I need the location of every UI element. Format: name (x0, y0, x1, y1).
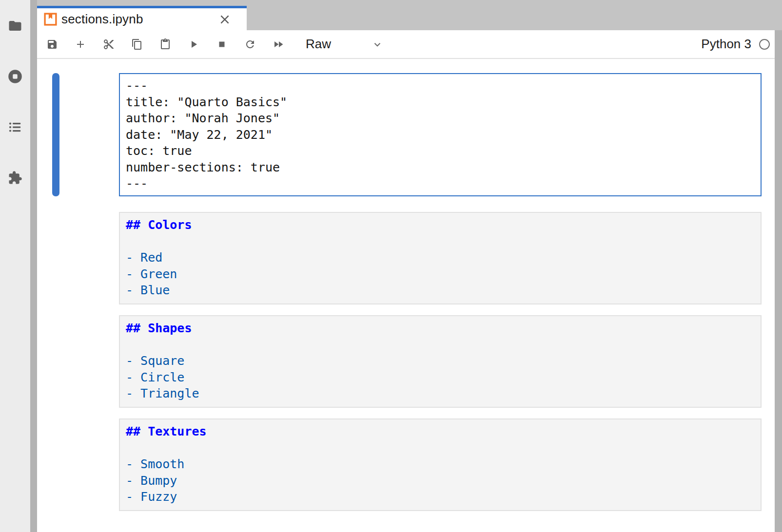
markdown-list-item: - Triangle (126, 385, 756, 402)
blank-line (126, 337, 756, 353)
markdown-list-item: - Fuzzy (126, 489, 756, 505)
code-line: number-sections: true (126, 159, 756, 176)
copy-icon[interactable] (131, 38, 143, 50)
markdown-list-item: - Green (126, 266, 756, 283)
code-line: date: "May 22, 2021" (126, 127, 756, 143)
code-line: toc: true (126, 143, 756, 159)
notebook-file-icon (44, 13, 57, 26)
cell-type-dropdown[interactable]: Raw (306, 37, 383, 52)
chevron-down-icon (372, 39, 383, 50)
extensions-icon[interactable] (8, 171, 22, 185)
activity-sidebar (0, 0, 30, 532)
cell-type-selected-value: Raw (306, 37, 331, 52)
notebook-toolbar: Raw Python 3 (37, 30, 775, 59)
notebook-area: --- title: "Quarto Basics" author: "Nora… (37, 59, 775, 532)
markdown-list-item: - Circle (126, 369, 756, 386)
code-line: --- (126, 175, 756, 192)
raw-cell-yaml[interactable]: --- title: "Quarto Basics" author: "Nora… (119, 73, 762, 196)
sidebar-divider[interactable] (30, 0, 37, 532)
kernel-name: Python 3 (701, 37, 751, 52)
code-line: title: "Quarto Basics" (126, 94, 756, 111)
tab-bar: sections.ipynb (37, 0, 782, 30)
kernel-indicator[interactable]: Python 3 (701, 37, 770, 52)
add-cell-icon[interactable] (75, 38, 86, 50)
markdown-list-item: - Smooth (126, 456, 756, 473)
kernel-idle-circle-icon (759, 39, 770, 50)
cut-icon[interactable] (103, 38, 115, 50)
window-edge-strip (775, 30, 782, 532)
blank-line (126, 440, 756, 456)
tab-title: sections.ipynb (61, 12, 143, 27)
markdown-heading: ## Textures (126, 423, 756, 440)
close-tab-icon[interactable] (218, 13, 231, 26)
active-cell-collapser[interactable] (52, 73, 59, 196)
markdown-cell-textures[interactable]: ## Textures - Smooth - Bumpy - Fuzzy (119, 418, 762, 511)
markdown-list-item: - Red (126, 249, 756, 266)
markdown-list-item: - Square (126, 353, 756, 369)
blank-line (126, 233, 756, 250)
tab-sections-ipynb[interactable]: sections.ipynb (37, 6, 247, 30)
code-line: --- (126, 77, 756, 94)
code-line: author: "Norah Jones" (126, 110, 756, 127)
main-dock-panel: sections.ipynb (37, 0, 782, 532)
markdown-cell-colors[interactable]: ## Colors - Red - Green - Blue (119, 212, 762, 304)
save-icon[interactable] (46, 38, 58, 50)
markdown-list-item: - Blue (126, 282, 756, 299)
run-icon[interactable] (188, 38, 199, 50)
markdown-cell-shapes[interactable]: ## Shapes - Square - Circle - Triangle (119, 315, 762, 408)
file-browser-icon[interactable] (8, 19, 22, 33)
run-all-icon[interactable] (273, 38, 284, 50)
markdown-heading: ## Colors (126, 217, 756, 233)
table-of-contents-icon[interactable] (8, 120, 22, 134)
markdown-heading: ## Shapes (126, 320, 756, 337)
paste-icon[interactable] (159, 38, 171, 50)
restart-kernel-icon[interactable] (244, 38, 256, 50)
markdown-list-item: - Bumpy (126, 473, 756, 489)
jupyterlab-window: sections.ipynb (0, 0, 782, 532)
running-kernels-icon[interactable] (8, 69, 22, 84)
stop-icon[interactable] (216, 38, 228, 50)
